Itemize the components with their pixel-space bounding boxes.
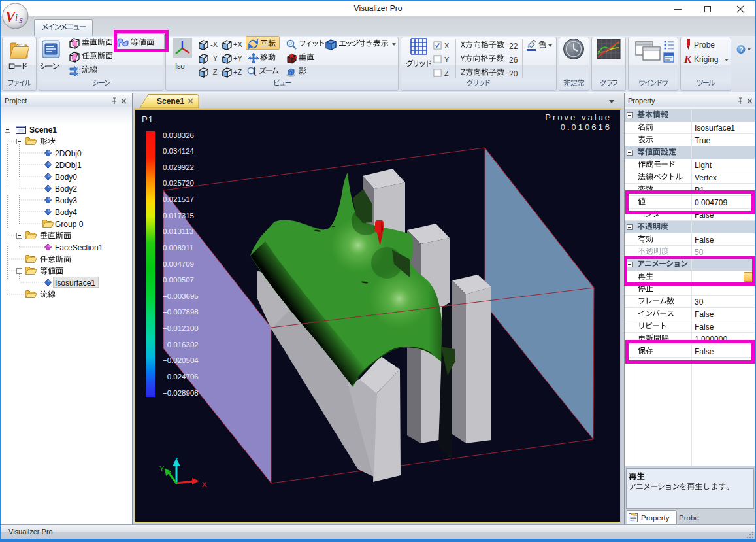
svg-text:s: s — [19, 14, 23, 25]
svg-text:Y: Y — [159, 465, 165, 473]
svg-text:?: ? — [739, 46, 743, 54]
svg-text:i: i — [15, 13, 18, 23]
svg-text:K: K — [683, 53, 693, 65]
svg-text:Z: Z — [174, 456, 178, 464]
svg-text:X: X — [202, 481, 207, 488]
